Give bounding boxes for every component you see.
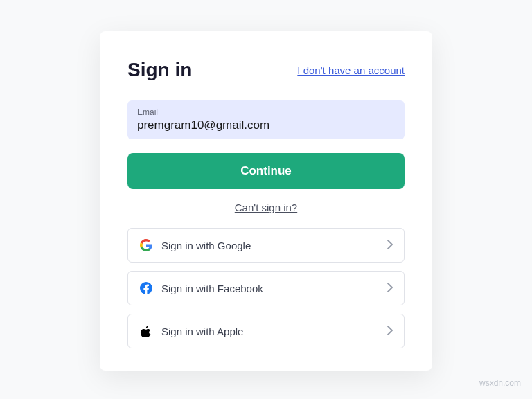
page-title: Sign in (127, 59, 192, 81)
google-button-left: Sign in with Google (139, 238, 251, 252)
apple-icon (139, 324, 153, 338)
email-field[interactable]: Email (127, 100, 405, 139)
facebook-icon (139, 281, 153, 295)
email-label: Email (137, 107, 395, 117)
apple-signin-button[interactable]: Sign in with Apple (127, 314, 405, 348)
signin-card: Sign in I don't have an account Email Co… (100, 31, 432, 371)
chevron-right-icon (387, 240, 393, 251)
watermark: wsxdn.com (479, 378, 521, 388)
google-signin-button[interactable]: Sign in with Google (127, 228, 405, 263)
cant-signin-link[interactable]: Can't sign in? (235, 202, 297, 213)
chevron-right-icon (387, 326, 393, 337)
google-button-label: Sign in with Google (161, 240, 251, 251)
facebook-signin-button[interactable]: Sign in with Facebook (127, 271, 405, 305)
header-row: Sign in I don't have an account (127, 59, 405, 81)
email-input[interactable] (137, 118, 395, 132)
cant-signin-row: Can't sign in? (127, 202, 405, 214)
facebook-button-label: Sign in with Facebook (161, 283, 263, 294)
apple-button-left: Sign in with Apple (139, 324, 243, 338)
continue-button[interactable]: Continue (127, 153, 405, 189)
no-account-link[interactable]: I don't have an account (297, 64, 405, 76)
chevron-right-icon (387, 283, 393, 294)
facebook-button-left: Sign in with Facebook (139, 281, 263, 295)
google-icon (139, 238, 153, 252)
apple-button-label: Sign in with Apple (161, 326, 243, 337)
